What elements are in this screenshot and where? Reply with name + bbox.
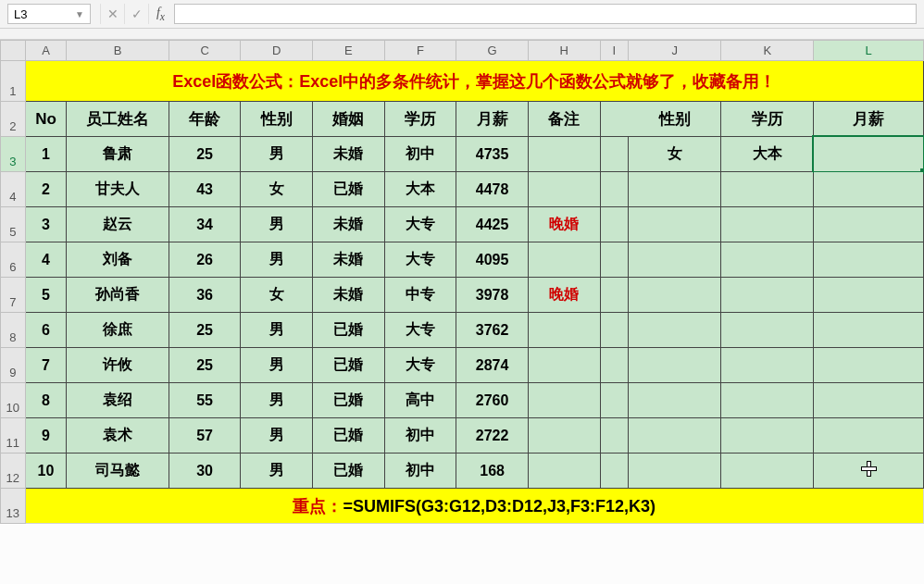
cell-I4[interactable] <box>600 172 629 207</box>
cell-edu-r4[interactable]: 大本 <box>384 172 456 207</box>
cell-note-r9[interactable] <box>528 348 600 383</box>
hdr-age[interactable]: 年龄 <box>169 102 241 137</box>
hdr-no[interactable]: No <box>25 102 67 137</box>
cell-I8[interactable] <box>600 313 629 348</box>
cell-I7[interactable] <box>600 278 629 313</box>
row-header-9[interactable]: 9 <box>1 348 26 383</box>
cell-J11[interactable] <box>629 418 721 454</box>
cell-name-r3[interactable]: 鲁肃 <box>67 137 169 172</box>
cell-age-r6[interactable]: 26 <box>169 242 241 278</box>
cell-mar-r3[interactable]: 未婚 <box>313 137 385 172</box>
cell-note-r3[interactable] <box>528 137 600 172</box>
cell-K3[interactable]: 大本 <box>721 137 814 172</box>
cell-mar-r9[interactable]: 已婚 <box>313 348 385 383</box>
cell-no-r8[interactable]: 6 <box>25 313 67 348</box>
cell-sal-r7[interactable]: 3978 <box>456 278 529 313</box>
cell-L9[interactable] <box>814 348 924 383</box>
cancel-formula-button[interactable]: ✕ <box>100 4 124 24</box>
row-header-3[interactable]: 3 <box>1 137 26 172</box>
cell-sex-r12[interactable]: 男 <box>241 454 313 489</box>
cell-edu-r7[interactable]: 中专 <box>384 278 456 313</box>
cell-age-r9[interactable]: 25 <box>169 348 241 383</box>
cell-L6[interactable] <box>814 242 924 278</box>
row-header-4[interactable]: 4 <box>1 172 26 207</box>
cell-note-r4[interactable] <box>528 172 600 207</box>
cell-I11[interactable] <box>600 418 629 454</box>
col-header-C[interactable]: C <box>169 41 241 61</box>
cell-mar-r6[interactable]: 未婚 <box>313 242 385 278</box>
cell-mar-r11[interactable]: 已婚 <box>313 418 385 454</box>
cell-edu-r12[interactable]: 初中 <box>384 454 456 489</box>
cell-J10[interactable] <box>629 383 721 418</box>
row-header-8[interactable]: 8 <box>1 313 26 348</box>
hdr-sal[interactable]: 月薪 <box>456 102 529 137</box>
cell-sal-r3[interactable]: 4735 <box>456 137 529 172</box>
name-box[interactable]: L3 ▼ <box>7 4 91 24</box>
cell-sal-r6[interactable]: 4095 <box>456 242 529 278</box>
cell-K9[interactable] <box>721 348 814 383</box>
spreadsheet-grid[interactable]: A B C D E F G H I J K L 1 Excel函数公式：Exce… <box>0 40 924 524</box>
cell-J7[interactable] <box>629 278 721 313</box>
cell-note-r12[interactable] <box>528 454 600 489</box>
cell-mar-r10[interactable]: 已婚 <box>313 383 385 418</box>
cell-sex-r7[interactable]: 女 <box>241 278 313 313</box>
cell-L3[interactable] <box>814 137 924 172</box>
cell-mar-r4[interactable]: 已婚 <box>313 172 385 207</box>
cell-name-r6[interactable]: 刘备 <box>67 242 169 278</box>
cell-name-r9[interactable]: 许攸 <box>67 348 169 383</box>
cell-L11[interactable] <box>814 418 924 454</box>
hdr-edu[interactable]: 学历 <box>384 102 456 137</box>
cell-K12[interactable] <box>721 454 814 489</box>
cell-edu-r11[interactable]: 初中 <box>384 418 456 454</box>
cell-J5[interactable] <box>629 207 721 242</box>
cell-age-r8[interactable]: 25 <box>169 313 241 348</box>
col-header-D[interactable]: D <box>241 41 313 61</box>
cell-name-r7[interactable]: 孙尚香 <box>67 278 169 313</box>
row-header-2[interactable]: 2 <box>1 102 26 137</box>
cell-J3[interactable]: 女 <box>629 137 721 172</box>
cell-note-r5[interactable]: 晚婚 <box>528 207 600 242</box>
cell-K10[interactable] <box>721 383 814 418</box>
formula-input[interactable] <box>174 4 917 24</box>
cell-mar-r7[interactable]: 未婚 <box>313 278 385 313</box>
cell-mar-r12[interactable]: 已婚 <box>313 454 385 489</box>
cell-age-r7[interactable]: 36 <box>169 278 241 313</box>
cell-age-r4[interactable]: 43 <box>169 172 241 207</box>
cell-edu-r3[interactable]: 初中 <box>384 137 456 172</box>
cell-no-r7[interactable]: 5 <box>25 278 67 313</box>
col-header-I[interactable]: I <box>600 41 629 61</box>
cell-no-r5[interactable]: 3 <box>25 207 67 242</box>
hdr-crit-edu[interactable]: 学历 <box>721 102 814 137</box>
cell-name-r5[interactable]: 赵云 <box>67 207 169 242</box>
cell-edu-r8[interactable]: 大专 <box>384 313 456 348</box>
cell-age-r11[interactable]: 57 <box>169 418 241 454</box>
cell-J8[interactable] <box>629 313 721 348</box>
cell-no-r12[interactable]: 10 <box>25 454 67 489</box>
cell-note-r8[interactable] <box>528 313 600 348</box>
cell-sal-r10[interactable]: 2760 <box>456 383 529 418</box>
cell-I10[interactable] <box>600 383 629 418</box>
cell-I6[interactable] <box>600 242 629 278</box>
cell-name-r10[interactable]: 袁绍 <box>67 383 169 418</box>
chevron-down-icon[interactable]: ▼ <box>75 9 84 19</box>
row-header-7[interactable]: 7 <box>1 278 26 313</box>
cell-L12[interactable] <box>814 454 924 489</box>
cell-no-r11[interactable]: 9 <box>25 418 67 454</box>
cell-edu-r5[interactable]: 大专 <box>384 207 456 242</box>
cell-edu-r6[interactable]: 大专 <box>384 242 456 278</box>
cell-I9[interactable] <box>600 348 629 383</box>
cell-edu-r10[interactable]: 高中 <box>384 383 456 418</box>
hdr-sex[interactable]: 性别 <box>241 102 313 137</box>
cell-K6[interactable] <box>721 242 814 278</box>
col-header-G[interactable]: G <box>456 41 529 61</box>
cell-L5[interactable] <box>814 207 924 242</box>
cell-K11[interactable] <box>721 418 814 454</box>
col-header-K[interactable]: K <box>721 41 814 61</box>
key-formula-banner[interactable]: 重点：=SUMIFS(G3:G12,D3:D12,J3,F3:F12,K3) <box>25 489 923 524</box>
cell-sex-r5[interactable]: 男 <box>241 207 313 242</box>
cell-L10[interactable] <box>814 383 924 418</box>
cell-sex-r9[interactable]: 男 <box>241 348 313 383</box>
cell-K4[interactable] <box>721 172 814 207</box>
row-header-11[interactable]: 11 <box>1 418 26 454</box>
cell-mar-r8[interactable]: 已婚 <box>313 313 385 348</box>
